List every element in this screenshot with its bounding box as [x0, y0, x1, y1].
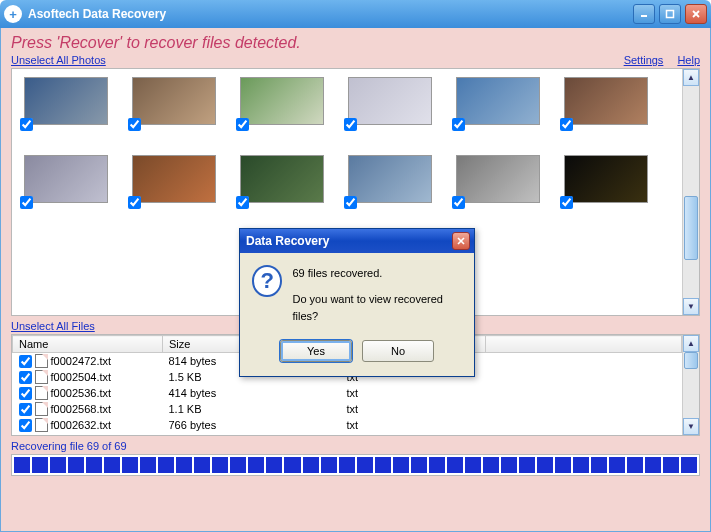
progress-segment [681, 457, 697, 473]
file-name: f0002504.txt [51, 371, 112, 383]
scroll-up-icon[interactable]: ▲ [683, 69, 699, 86]
progress-segment [176, 457, 192, 473]
column-header-blank[interactable] [486, 336, 682, 353]
photos-scrollbar[interactable]: ▲ ▼ [682, 69, 699, 315]
recovery-dialog: Data Recovery ? 69 files recovered. Do y… [239, 228, 475, 377]
progress-segment [393, 457, 409, 473]
photo-thumbnail[interactable] [20, 155, 110, 203]
progress-segment [284, 457, 300, 473]
file-checkbox[interactable] [19, 387, 32, 400]
progress-segment [519, 457, 535, 473]
progress-segment [357, 457, 373, 473]
progress-segment [609, 457, 625, 473]
photo-thumbnail[interactable] [128, 155, 218, 203]
scroll-up-icon[interactable]: ▲ [683, 335, 699, 352]
files-scrollbar[interactable]: ▲ ▼ [682, 335, 699, 435]
photo-thumbnail[interactable] [128, 77, 218, 125]
file-checkbox[interactable] [19, 403, 32, 416]
help-link[interactable]: Help [677, 54, 700, 66]
table-row[interactable]: f0002536.txt414 bytestxt [13, 385, 682, 401]
photo-thumbnail[interactable] [236, 155, 326, 203]
progress-segment [248, 457, 264, 473]
photo-checkbox[interactable] [344, 196, 357, 209]
file-size: 414 bytes [163, 385, 341, 401]
file-icon [35, 402, 48, 416]
progress-segment [50, 457, 66, 473]
progress-segment [483, 457, 499, 473]
unselect-all-files-link[interactable]: Unselect All Files [11, 320, 95, 332]
photo-thumbnail[interactable] [560, 155, 650, 203]
photo-checkbox[interactable] [20, 196, 33, 209]
progress-segment [663, 457, 679, 473]
thumbnail-image [564, 77, 648, 125]
photo-checkbox[interactable] [452, 118, 465, 131]
settings-link[interactable]: Settings [624, 54, 664, 66]
progress-segment [645, 457, 661, 473]
yes-button[interactable]: Yes [280, 340, 352, 362]
unselect-all-photos-link[interactable]: Unselect All Photos [11, 54, 106, 66]
photo-thumbnail[interactable] [560, 77, 650, 125]
photo-checkbox[interactable] [20, 118, 33, 131]
dialog-title: Data Recovery [244, 234, 452, 248]
progress-segment [555, 457, 571, 473]
file-size: 766 bytes [163, 417, 341, 433]
window-title: Asoftech Data Recovery [28, 7, 633, 21]
progress-segment [375, 457, 391, 473]
dialog-close-button[interactable] [452, 232, 470, 250]
progress-segment [140, 457, 156, 473]
file-checkbox[interactable] [19, 355, 32, 368]
photo-thumbnail[interactable] [20, 77, 110, 125]
table-row[interactable]: f0002568.txt1.1 KBtxt [13, 401, 682, 417]
minimize-button[interactable] [633, 4, 655, 24]
column-header-name[interactable]: Name [13, 336, 163, 353]
progress-segment [230, 457, 246, 473]
progress-segment [212, 457, 228, 473]
progress-segment [411, 457, 427, 473]
titlebar: Asoftech Data Recovery [0, 0, 711, 28]
photo-thumbnail[interactable] [452, 77, 542, 125]
maximize-button[interactable] [659, 4, 681, 24]
progress-segment [537, 457, 553, 473]
photo-thumbnail[interactable] [344, 155, 434, 203]
photo-checkbox[interactable] [560, 118, 573, 131]
photo-thumbnail[interactable] [236, 77, 326, 125]
file-checkbox[interactable] [19, 419, 32, 432]
no-button[interactable]: No [362, 340, 434, 362]
photo-thumbnail[interactable] [452, 155, 542, 203]
photo-checkbox[interactable] [344, 118, 357, 131]
dialog-line-1: 69 files recovered. [292, 265, 462, 283]
file-icon [35, 354, 48, 368]
progress-segment [573, 457, 589, 473]
progress-bar [11, 454, 700, 476]
photo-checkbox[interactable] [560, 196, 573, 209]
photo-checkbox[interactable] [452, 196, 465, 209]
photo-thumbnail[interactable] [344, 77, 434, 125]
question-icon: ? [252, 265, 282, 297]
close-button[interactable] [685, 4, 707, 24]
file-icon [35, 370, 48, 384]
scroll-thumb[interactable] [684, 352, 698, 369]
file-name: f0002472.txt [51, 355, 112, 367]
instruction-text: Press 'Recover' to recover files detecte… [11, 34, 700, 52]
thumbnail-image [564, 155, 648, 203]
scroll-down-icon[interactable]: ▼ [683, 418, 699, 435]
status-text: Recovering file 69 of 69 [11, 440, 700, 452]
file-icon [35, 386, 48, 400]
scroll-down-icon[interactable]: ▼ [683, 298, 699, 315]
photo-checkbox[interactable] [236, 196, 249, 209]
photo-checkbox[interactable] [128, 118, 141, 131]
scroll-thumb[interactable] [684, 196, 698, 260]
photo-checkbox[interactable] [236, 118, 249, 131]
progress-segment [339, 457, 355, 473]
progress-segment [122, 457, 138, 473]
progress-segment [14, 457, 30, 473]
file-checkbox[interactable] [19, 371, 32, 384]
thumbnail-image [348, 155, 432, 203]
file-icon [35, 418, 48, 432]
photo-checkbox[interactable] [128, 196, 141, 209]
progress-segment [465, 457, 481, 473]
table-row[interactable]: f0002632.txt766 bytestxt [13, 417, 682, 433]
file-name: f0002568.txt [51, 403, 112, 415]
file-extension: txt [341, 417, 486, 433]
progress-segment [447, 457, 463, 473]
